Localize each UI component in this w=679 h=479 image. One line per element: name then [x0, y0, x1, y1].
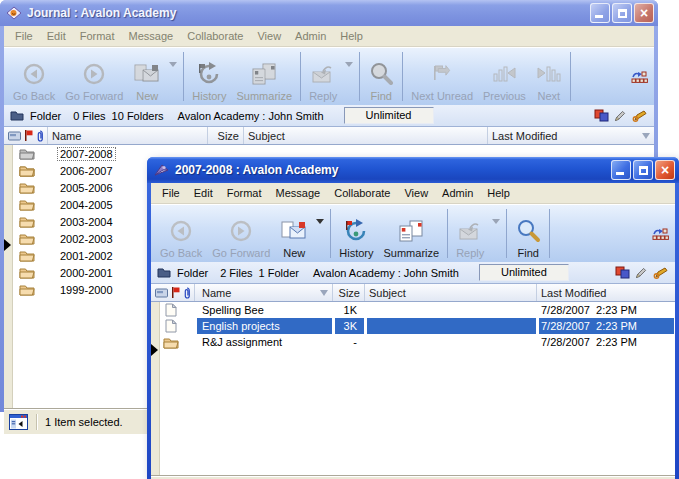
- reply-button[interactable]: Reply: [304, 48, 342, 105]
- container-type-label: Folder: [177, 267, 208, 279]
- new-button[interactable]: New: [128, 48, 166, 105]
- journal-close-button[interactable]: ×: [634, 3, 654, 23]
- column-header-subject[interactable]: Subject: [365, 284, 537, 301]
- folder-maximize-button[interactable]: [633, 160, 653, 180]
- header-icons-cell[interactable]: [151, 284, 195, 301]
- new-dropdown-arrow[interactable]: [169, 62, 177, 71]
- menu-admin[interactable]: Admin: [288, 28, 333, 44]
- folder-window-title: 2007-2008 : Avalon Academy: [175, 163, 606, 177]
- menu-view[interactable]: View: [397, 185, 435, 201]
- toolbar-separator: [447, 209, 448, 258]
- reply-button[interactable]: Reply: [451, 205, 489, 262]
- reply-button-group: Reply: [451, 205, 503, 262]
- journal-minimize-button[interactable]: [590, 3, 610, 23]
- find-button[interactable]: Find: [510, 205, 546, 262]
- previous-button[interactable]: Previous: [478, 48, 531, 105]
- summarize-button[interactable]: Summarize: [379, 205, 445, 262]
- menu-help[interactable]: Help: [333, 28, 370, 44]
- pane-splitter-arrow[interactable]: [4, 239, 11, 251]
- menu-file[interactable]: File: [155, 185, 187, 201]
- connection-status-icon[interactable]: [631, 70, 648, 84]
- pane-splitter-arrow[interactable]: [151, 344, 158, 356]
- sort-direction-icon[interactable]: [320, 290, 328, 300]
- header-icons-cell[interactable]: [4, 127, 48, 144]
- column-header-size[interactable]: Size: [208, 127, 244, 144]
- column-header-subject[interactable]: Subject: [244, 127, 488, 144]
- folder-status-bar: 1 Item selected.: [151, 475, 675, 479]
- menu-help[interactable]: Help: [480, 185, 517, 201]
- go-back-button[interactable]: Go Back: [155, 205, 207, 262]
- menu-file[interactable]: File: [8, 28, 40, 44]
- find-label: Find: [518, 247, 539, 259]
- column-header-last-modified[interactable]: Last Modified: [488, 127, 654, 144]
- column-header-name[interactable]: Name: [48, 127, 208, 144]
- folder-close-button[interactable]: ×: [655, 160, 675, 180]
- go-forward-icon: [228, 217, 254, 245]
- minimize-icon: [595, 15, 603, 18]
- find-button[interactable]: Find: [363, 48, 399, 105]
- edit-pencil-icon[interactable]: [614, 110, 626, 122]
- menu-edit[interactable]: Edit: [187, 185, 220, 201]
- toolbar-separator: [402, 52, 403, 101]
- menu-message[interactable]: Message: [269, 185, 328, 201]
- item-row-selected[interactable]: English projects 3K 7/28/2007 2:23 PM: [151, 318, 675, 334]
- sort-direction-icon[interactable]: [642, 133, 650, 143]
- next-unread-button[interactable]: Next Unread: [406, 48, 478, 105]
- new-button[interactable]: New: [275, 205, 313, 262]
- signature-pen-icon[interactable]: [631, 110, 648, 122]
- files-count: 0 Files: [73, 110, 105, 122]
- column-header-last-modified[interactable]: Last Modified: [537, 284, 675, 301]
- folder-icon: [163, 336, 179, 349]
- menu-message[interactable]: Message: [122, 28, 181, 44]
- go-forward-button[interactable]: Go Forward: [60, 48, 128, 105]
- item-row[interactable]: Spelling Bee 1K 7/28/2007 2:23 PM: [151, 302, 675, 318]
- go-back-label: Go Back: [160, 247, 202, 259]
- next-button[interactable]: Next: [531, 48, 567, 105]
- column-last-modified-label: Last Modified: [541, 287, 606, 299]
- history-button[interactable]: History: [334, 205, 378, 262]
- menu-admin[interactable]: Admin: [435, 185, 480, 201]
- menu-collaborate[interactable]: Collaborate: [327, 185, 397, 201]
- edit-pencil-icon[interactable]: [635, 267, 647, 279]
- maximize-icon: [639, 166, 648, 175]
- go-back-button[interactable]: Go Back: [8, 48, 60, 105]
- new-button-group: New: [128, 48, 180, 105]
- menu-edit[interactable]: Edit: [40, 28, 73, 44]
- journal-menu-bar: File Edit Format Message Collaborate Vie…: [4, 26, 654, 47]
- folder-name: 2002-2003: [58, 233, 115, 245]
- properties-icon[interactable]: [615, 266, 630, 279]
- journal-title-bar[interactable]: Journal : Avalon Academy ×: [0, 0, 658, 26]
- item-row[interactable]: R&J assignment - 7/28/2007 2:23 PM: [151, 334, 675, 350]
- pane-view-toggle-icon[interactable]: [9, 414, 28, 430]
- folder-minimize-button[interactable]: [611, 160, 631, 180]
- journal-maximize-button[interactable]: [612, 3, 632, 23]
- connection-status-icon[interactable]: [652, 227, 669, 241]
- toolbar-separator: [549, 209, 550, 258]
- column-header-size[interactable]: Size: [333, 284, 365, 301]
- toolbar-separator: [506, 209, 507, 258]
- column-size-label: Size: [339, 287, 360, 299]
- new-dropdown-arrow[interactable]: [316, 219, 324, 228]
- column-subject-label: Subject: [248, 130, 285, 142]
- find-icon: [368, 60, 394, 88]
- menu-view[interactable]: View: [250, 28, 288, 44]
- history-button[interactable]: History: [187, 48, 231, 105]
- history-icon: [196, 60, 222, 88]
- menu-collaborate[interactable]: Collaborate: [180, 28, 250, 44]
- folder-icon: [19, 266, 35, 279]
- reply-dropdown-arrow[interactable]: [345, 62, 353, 71]
- properties-icon[interactable]: [594, 109, 609, 122]
- menu-format[interactable]: Format: [73, 28, 122, 44]
- folder-item-list: Spelling Bee 1K 7/28/2007 2:23 PM Englis…: [151, 302, 675, 475]
- signature-pen-icon[interactable]: [652, 267, 669, 279]
- find-icon: [515, 217, 541, 245]
- column-header-name[interactable]: Name: [195, 284, 333, 301]
- folder-type-icon: [157, 267, 171, 278]
- reply-dropdown-arrow[interactable]: [492, 219, 500, 228]
- journal-toolbar: Go Back Go Forward New History Summari: [4, 47, 654, 105]
- menu-format[interactable]: Format: [220, 185, 269, 201]
- column-name-label: Name: [52, 130, 81, 142]
- go-forward-button[interactable]: Go Forward: [207, 205, 275, 262]
- summarize-button[interactable]: Summarize: [232, 48, 298, 105]
- folder-title-bar[interactable]: 2007-2008 : Avalon Academy ×: [147, 157, 679, 183]
